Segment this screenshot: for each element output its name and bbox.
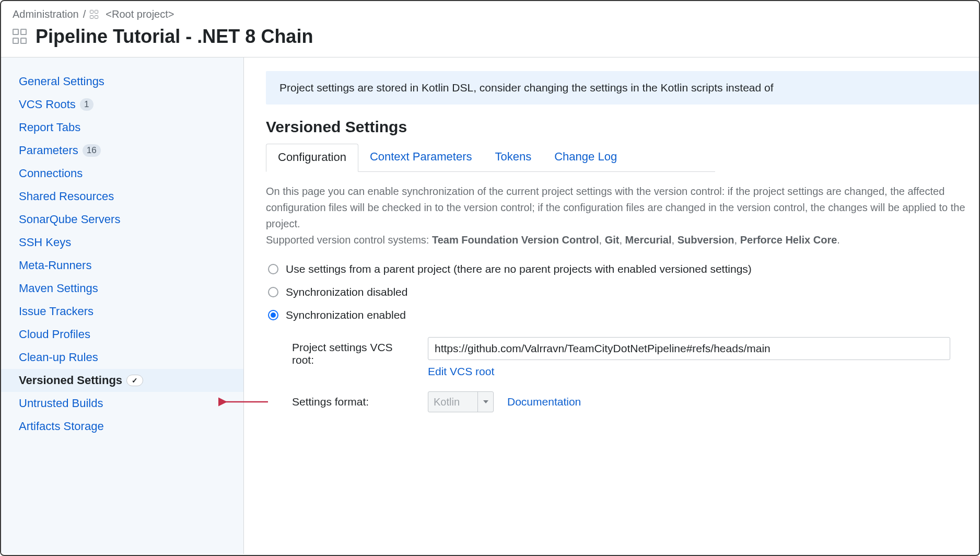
project-grid-icon (13, 29, 28, 44)
tab-tokens[interactable]: Tokens (484, 144, 543, 172)
sidebar-item-sonarqube-servers[interactable]: SonarQube Servers (1, 208, 243, 231)
tabs: Configuration Context Parameters Tokens … (266, 143, 715, 172)
radio-label: Synchronization disabled (286, 286, 407, 298)
documentation-link[interactable]: Documentation (507, 396, 581, 408)
sidebar-item-clean-up-rules[interactable]: Clean-up Rules (1, 346, 243, 369)
sidebar-item-label: SonarQube Servers (19, 213, 120, 226)
form-label-settings-format: Settings format: (292, 391, 417, 408)
tab-change-log[interactable]: Change Log (543, 144, 628, 172)
select-value: Kotlin (434, 396, 460, 408)
sidebar-item-ssh-keys[interactable]: SSH Keys (1, 231, 243, 254)
sidebar-item-connections[interactable]: Connections (1, 162, 243, 185)
settings-format-select[interactable]: Kotlin (428, 391, 494, 412)
sidebar-item-untrusted-builds[interactable]: Untrusted Builds (1, 392, 243, 415)
sidebar-item-meta-runners[interactable]: Meta-Runners (1, 254, 243, 277)
sidebar-item-label: Cloud Profiles (19, 328, 90, 341)
radio-use-parent[interactable]: Use settings from a parent project (ther… (268, 263, 979, 275)
sidebar-item-label: Report Tabs (19, 121, 80, 134)
check-icon: ✓ (126, 375, 143, 386)
radio-label: Synchronization enabled (286, 309, 406, 321)
sidebar-item-label: SSH Keys (19, 236, 71, 249)
sidebar-item-versioned-settings[interactable]: Versioned Settings✓ (1, 369, 243, 392)
sidebar-item-label: Clean-up Rules (19, 351, 98, 364)
sidebar-item-artifacts-storage[interactable]: Artifacts Storage (1, 415, 243, 438)
sidebar-item-label: Untrusted Builds (19, 397, 103, 410)
sidebar-item-label: Parameters (19, 144, 78, 157)
sidebar-item-general-settings[interactable]: General Settings (1, 70, 243, 93)
count-badge: 1 (80, 98, 94, 111)
sidebar-item-label: Issue Trackers (19, 305, 94, 318)
sidebar-item-vcs-roots[interactable]: VCS Roots1 (1, 93, 243, 116)
tab-configuration[interactable]: Configuration (266, 144, 358, 172)
sidebar-item-shared-resources[interactable]: Shared Resources (1, 185, 243, 208)
sidebar-item-label: Shared Resources (19, 190, 114, 203)
count-badge: 16 (83, 144, 101, 157)
edit-vcs-root-link[interactable]: Edit VCS root (428, 365, 494, 378)
form-row-settings-format: Settings format: Kotlin Documentation (292, 391, 979, 412)
sidebar-item-maven-settings[interactable]: Maven Settings (1, 277, 243, 300)
form-row-vcs-root: Project settings VCS root: Edit VCS root (292, 337, 979, 378)
sidebar-item-label: Connections (19, 167, 83, 180)
sidebar-item-cloud-profiles[interactable]: Cloud Profiles (1, 323, 243, 346)
radio-label: Use settings from a parent project (ther… (286, 263, 752, 275)
radio-sync-disabled[interactable]: Synchronization disabled (268, 286, 979, 298)
sidebar-item-label: General Settings (19, 75, 104, 88)
sidebar-item-label: Versioned Settings (19, 374, 122, 387)
main-content: Project settings are stored in Kotlin DS… (244, 57, 979, 554)
breadcrumb-separator: / (83, 8, 86, 20)
breadcrumb-root[interactable]: <Root project> (106, 8, 174, 20)
radio-icon (268, 310, 278, 320)
tab-context-parameters[interactable]: Context Parameters (358, 144, 484, 172)
sidebar-item-label: Meta-Runners (19, 259, 91, 272)
vcs-root-input[interactable] (428, 337, 950, 360)
sidebar-item-label: Artifacts Storage (19, 420, 104, 433)
radio-icon (268, 264, 278, 274)
header: Administration / <Root project> Pipeline… (1, 1, 979, 57)
sidebar-item-report-tabs[interactable]: Report Tabs (1, 116, 243, 139)
sidebar: General Settings VCS Roots1 Report Tabs … (1, 57, 244, 554)
breadcrumb-admin[interactable]: Administration (13, 8, 79, 20)
description-text: On this page you can enable synchronizat… (266, 183, 979, 248)
sidebar-item-label: VCS Roots (19, 98, 76, 111)
sync-mode-radios: Use settings from a parent project (ther… (268, 263, 979, 321)
info-banner: Project settings are stored in Kotlin DS… (266, 71, 979, 105)
sidebar-item-label: Maven Settings (19, 282, 98, 295)
breadcrumb: Administration / <Root project> (13, 8, 967, 20)
section-title: Versioned Settings (266, 118, 979, 136)
sidebar-item-parameters[interactable]: Parameters16 (1, 139, 243, 162)
form-label-vcs-root: Project settings VCS root: (292, 337, 417, 366)
radio-icon (268, 287, 278, 297)
page-title: Pipeline Tutorial - .NET 8 Chain (36, 26, 313, 48)
radio-sync-enabled[interactable]: Synchronization enabled (268, 309, 979, 321)
chevron-down-icon (477, 392, 493, 412)
project-grid-icon (90, 10, 99, 19)
sidebar-item-issue-trackers[interactable]: Issue Trackers (1, 300, 243, 323)
